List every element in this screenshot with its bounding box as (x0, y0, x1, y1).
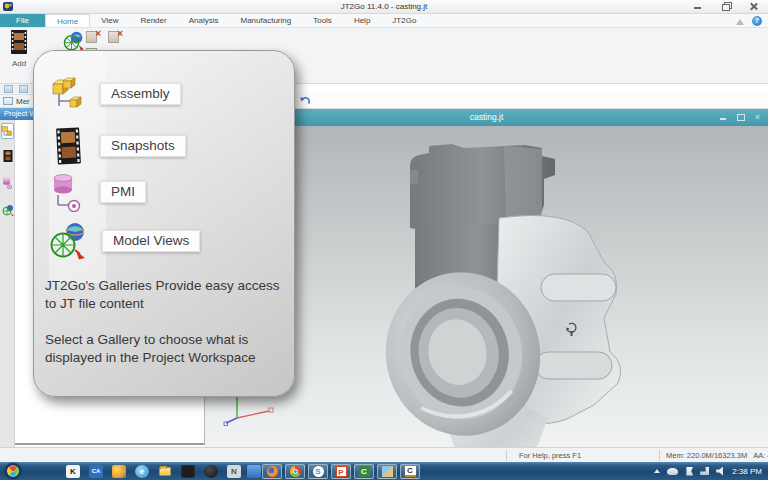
tray-expand-icon[interactable] (654, 469, 660, 473)
popup-paragraph-2: Select a Gallery to choose what is displ… (45, 331, 289, 366)
pmi-icon (50, 172, 86, 212)
windows-taskbar: K CA e N S P C C 2:38 PM (0, 462, 768, 480)
snapshots-icon (50, 127, 86, 165)
status-divider (506, 450, 507, 461)
delete-snapshot-button[interactable]: × (86, 31, 100, 45)
tab-analysis[interactable]: Analysis (178, 14, 230, 27)
close-icon[interactable] (748, 2, 760, 11)
volume-icon[interactable] (716, 467, 725, 476)
measurement-toolbar-label: Mer (16, 97, 30, 106)
firefox-icon (267, 466, 278, 477)
tab-render[interactable]: Render (129, 14, 177, 27)
help-icon[interactable]: ? (752, 16, 762, 26)
model-views-mini-icon (2, 204, 14, 216)
folder-icon (159, 467, 171, 476)
c-underline-icon: C (405, 466, 416, 477)
tab-file[interactable]: File (0, 14, 45, 27)
windows-explorer-icon[interactable] (158, 465, 172, 478)
skype-taskbar-button[interactable]: S (308, 464, 328, 479)
doc-maximize-icon[interactable] (736, 113, 745, 121)
app-k-icon[interactable]: K (66, 465, 80, 478)
paint-app-icon[interactable] (112, 465, 126, 478)
document-title: casting.jt (470, 112, 504, 122)
window-titlebar: JT2Go 11.4.0 - casting.jt (0, 0, 768, 14)
network-icon[interactable] (700, 467, 709, 475)
app-ca-icon[interactable]: CA (89, 465, 103, 478)
galleries-tooltip-popup: Assembly Snapshots PMI (33, 50, 295, 397)
layout-icon[interactable] (19, 85, 28, 93)
tab-manufacturing[interactable]: Manufacturing (229, 14, 302, 27)
window-title: JT2Go 11.4.0 - casting.jt (0, 0, 768, 14)
app-window-icon[interactable] (247, 465, 261, 478)
tab-jt2go[interactable]: JT2Go (381, 14, 427, 27)
minimize-icon[interactable] (692, 2, 704, 11)
delete-all-snapshots-button[interactable]: × (108, 31, 122, 45)
ribbon-tab-bar: File Home View Render Analysis Manufactu… (0, 14, 768, 28)
assembly-gallery-mini-button[interactable] (1, 123, 14, 139)
rotate-cursor-icon (565, 322, 578, 337)
red-x-icon: × (95, 29, 101, 39)
filmstrip-icon (9, 30, 29, 54)
red-x-icon: × (117, 29, 123, 39)
snapshots-label[interactable]: Snapshots (100, 135, 186, 157)
gallery-selector-strip (0, 120, 15, 447)
doc-minimize-icon[interactable] (719, 113, 728, 121)
assembly-label[interactable]: Assembly (100, 83, 181, 105)
clock-time[interactable]: 2:38 PM (732, 467, 762, 476)
powerpoint-taskbar-button[interactable]: P (331, 464, 351, 479)
restore-icon[interactable] (720, 2, 732, 11)
image-icon (382, 466, 393, 477)
snapshots-mini-icon (3, 150, 13, 162)
tab-help[interactable]: Help (343, 14, 381, 27)
image-app-taskbar-button[interactable] (377, 464, 397, 479)
camera-app-icon[interactable] (181, 465, 195, 478)
undo-icon[interactable] (299, 95, 311, 106)
tab-home[interactable]: Home (45, 14, 90, 27)
model-views-gallery-mini-button[interactable] (1, 202, 14, 218)
ribbon-collapse-icon[interactable] (736, 18, 744, 25)
add-button-label: Add (6, 59, 32, 68)
assembly-mini-icon (2, 126, 13, 137)
clock-app-icon[interactable] (204, 465, 218, 478)
status-divider (659, 450, 660, 461)
firefox-taskbar-button[interactable] (262, 464, 282, 479)
dock-window-icon[interactable] (4, 85, 13, 93)
pmi-gallery-mini-button[interactable] (1, 175, 14, 191)
status-memory-text: Mem: 220.0M/16323.3M AA: 4 (HW (666, 451, 768, 460)
system-tray: 2:38 PM (654, 462, 768, 480)
start-button[interactable] (5, 463, 21, 479)
powerpoint-icon: P (336, 466, 347, 477)
skype-icon: S (313, 466, 324, 477)
camtasia-icon: C (359, 466, 370, 477)
onenote-icon[interactable]: N (227, 465, 241, 478)
internet-explorer-icon[interactable]: e (135, 465, 149, 478)
status-bar: For Help, press F1 Mem: 220.0M/16323.3M … (0, 447, 768, 462)
pmi-label[interactable]: PMI (100, 181, 146, 203)
add-snapshot-button[interactable]: Add (6, 30, 32, 68)
action-center-flag-icon[interactable] (685, 467, 693, 476)
tab-tools[interactable]: Tools (302, 14, 343, 27)
gallery-item-pmi[interactable]: PMI (50, 172, 146, 212)
c-app-taskbar-button[interactable]: C (400, 464, 420, 479)
gallery-item-model-views[interactable]: Model Views (50, 221, 200, 261)
snapshots-gallery-mini-button[interactable] (1, 148, 14, 164)
cloud-tray-icon[interactable] (667, 468, 678, 475)
pmi-mini-icon (2, 177, 13, 189)
model-views-icon (50, 221, 88, 261)
model-views-label[interactable]: Model Views (102, 230, 200, 252)
doc-close-icon[interactable]: × (753, 113, 762, 121)
chrome-taskbar-button[interactable] (285, 464, 305, 479)
model-views-ribbon-icon[interactable] (63, 31, 85, 51)
camtasia-taskbar-button[interactable]: C (354, 464, 374, 479)
gallery-item-assembly[interactable]: Assembly (50, 75, 181, 113)
tab-view[interactable]: View (90, 14, 129, 27)
panel-window-icon (3, 97, 13, 105)
status-help-text: For Help, press F1 (519, 451, 581, 460)
chrome-icon (290, 466, 301, 477)
popup-paragraph-1: JT2Go's Galleries Provide easy access to… (45, 277, 289, 312)
assembly-icon (50, 75, 86, 113)
gallery-item-snapshots[interactable]: Snapshots (50, 127, 186, 165)
